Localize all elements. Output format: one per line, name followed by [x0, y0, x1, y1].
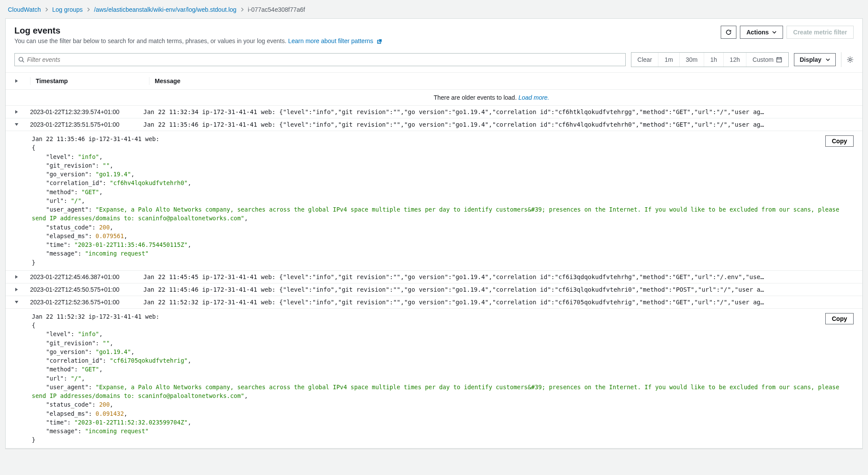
actions-button[interactable]: Actions [740, 26, 783, 39]
svg-marker-7 [15, 275, 18, 279]
refresh-icon [726, 29, 732, 35]
time-clear[interactable]: Clear [631, 53, 658, 67]
settings-button[interactable] [847, 56, 854, 63]
svg-point-1 [19, 57, 23, 61]
expand-toggle[interactable] [14, 300, 30, 304]
time-30m[interactable]: 30m [679, 53, 704, 67]
learn-more-link[interactable]: Learn more about filter patterns [288, 37, 382, 44]
log-rows: 2023-01-22T12:32:39.574+01:00Jan 22 11:3… [6, 106, 862, 448]
expand-toggle[interactable] [14, 275, 30, 279]
older-events-banner: There are older events to load. Load mor… [6, 90, 862, 106]
expand-toggle[interactable] [14, 287, 30, 292]
svg-point-3 [849, 59, 851, 61]
create-metric-filter-button[interactable]: Create metric filter [787, 26, 854, 39]
divider [841, 52, 841, 67]
log-row: 2023-01-22T12:52:36.575+01:00Jan 22 11:5… [6, 296, 862, 309]
row-message: Jan 22 11:32:34 ip-172-31-41-41 web: {"l… [143, 108, 854, 115]
external-link-icon [377, 38, 382, 45]
load-more-link[interactable]: Load more. [519, 94, 549, 101]
caret-down-icon [772, 30, 776, 34]
triangle-right-icon [14, 275, 19, 279]
log-row: 2023-01-22T12:45:50.575+01:00Jan 22 11:4… [6, 283, 862, 296]
expand-toggle[interactable] [14, 110, 30, 114]
row-timestamp: 2023-01-22T12:35:51.575+01:00 [30, 121, 143, 128]
row-timestamp: 2023-01-22T12:45:46.387+01:00 [30, 273, 143, 280]
expand-toggle[interactable] [14, 122, 30, 127]
breadcrumb-link[interactable]: Log groups [52, 6, 83, 13]
triangle-down-icon [14, 300, 19, 304]
triangle-right-icon [14, 110, 19, 114]
log-row: 2023-01-22T12:35:51.575+01:00Jan 22 11:3… [6, 118, 862, 131]
time-12h[interactable]: 12h [723, 53, 746, 67]
toolbar: Clear 1m 30m 1h 12h Custom Display [6, 51, 862, 72]
chevron-right-icon [44, 7, 49, 12]
svg-marker-6 [15, 123, 18, 126]
table-header: Timestamp Message [6, 72, 862, 90]
breadcrumb: CloudWatch Log groups /aws/elasticbeanst… [8, 6, 863, 13]
time-range-segmented: Clear 1m 30m 1h 12h Custom [631, 52, 789, 67]
search-input[interactable] [27, 56, 622, 63]
time-1m[interactable]: 1m [658, 53, 679, 67]
col-header-timestamp: Timestamp [36, 77, 149, 84]
col-header-message: Message [155, 77, 854, 84]
svg-rect-2 [777, 58, 782, 62]
chevron-right-icon [86, 7, 91, 12]
log-row-detail: CopyJan 22 11:35:46 ip-172-31-41-41 web:… [6, 131, 862, 271]
chevron-right-icon [240, 7, 244, 12]
row-timestamp: 2023-01-22T12:45:50.575+01:00 [30, 286, 143, 293]
copy-button[interactable]: Copy [825, 135, 854, 147]
svg-marker-9 [15, 301, 18, 303]
svg-marker-4 [15, 79, 18, 83]
search-input-wrap[interactable] [14, 53, 626, 66]
time-1h[interactable]: 1h [704, 53, 723, 67]
refresh-button[interactable] [721, 26, 736, 39]
row-message: Jan 22 11:52:32 ip-172-31-41-41 web: {"l… [143, 299, 854, 306]
triangle-right-icon [14, 287, 19, 292]
expand-all-icon[interactable] [14, 79, 19, 83]
page-title: Log events [14, 26, 382, 36]
log-row: 2023-01-22T12:45:46.387+01:00Jan 22 11:4… [6, 271, 862, 283]
copy-button[interactable]: Copy [825, 313, 854, 324]
calendar-icon [776, 57, 782, 63]
breadcrumb-link[interactable]: CloudWatch [8, 6, 41, 13]
row-message: Jan 22 11:45:45 ip-172-31-41-41 web: {"l… [143, 273, 854, 280]
display-button[interactable]: Display [794, 53, 836, 66]
triangle-down-icon [14, 122, 19, 127]
panel-header: Log events You can use the filter bar be… [6, 19, 862, 51]
row-timestamp: 2023-01-22T12:32:39.574+01:00 [30, 108, 143, 115]
row-message: Jan 22 11:35:46 ip-172-31-41-41 web: {"l… [143, 121, 854, 128]
log-row: 2023-01-22T12:32:39.574+01:00Jan 22 11:3… [6, 106, 862, 118]
row-timestamp: 2023-01-22T12:52:36.575+01:00 [30, 299, 143, 306]
svg-marker-5 [15, 110, 18, 114]
search-icon [18, 57, 27, 63]
row-message: Jan 22 11:45:46 ip-172-31-41-41 web: {"l… [143, 286, 854, 293]
page-subtitle: You can use the filter bar below to sear… [14, 37, 382, 45]
breadcrumb-link[interactable]: /aws/elasticbeanstalk/wiki-env/var/log/w… [94, 6, 237, 13]
breadcrumb-current: i-077ac54e308f77a6f [248, 6, 305, 13]
time-custom[interactable]: Custom [746, 53, 788, 67]
log-row-detail: CopyJan 22 11:52:32 ip-172-31-41-41 web:… [6, 309, 862, 448]
caret-down-icon [826, 57, 830, 62]
svg-marker-8 [15, 288, 18, 291]
log-events-panel: Log events You can use the filter bar be… [5, 18, 863, 449]
